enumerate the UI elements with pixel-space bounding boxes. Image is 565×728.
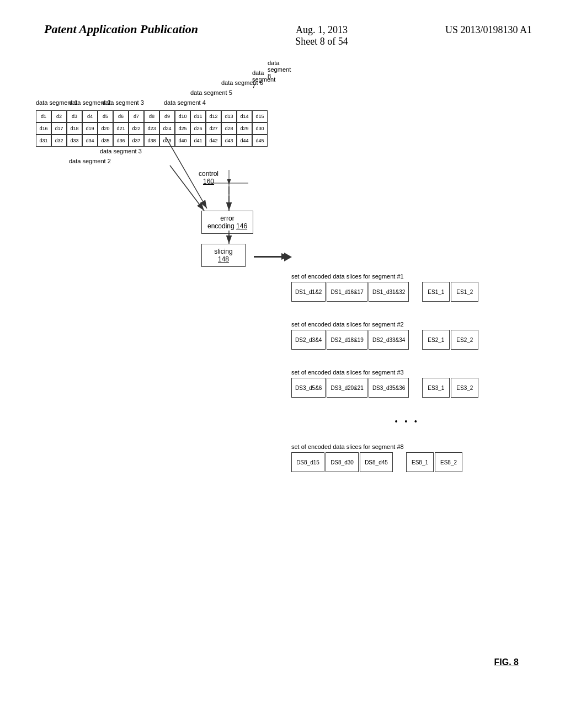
dots-row: • • • xyxy=(335,417,478,427)
cell-d22: d22 xyxy=(129,122,144,135)
diagram-area: data segment 1 data segment 2 data segme… xyxy=(33,88,552,695)
seg8-label: data segment 8 xyxy=(268,60,291,79)
cell-d13: d13 xyxy=(221,110,237,122)
cell-d44: d44 xyxy=(237,135,252,147)
encoded-label-2: set of encoded data slices for segment #… xyxy=(291,321,478,328)
cell-d3: d3 xyxy=(67,110,82,122)
cell-d15: d15 xyxy=(252,110,268,122)
es3-1: ES3_1 xyxy=(422,378,450,398)
es1-2: ES1_2 xyxy=(451,282,478,302)
ds3-d20-21: DS3_d20&21 xyxy=(327,378,367,398)
cell-d45: d45 xyxy=(252,135,268,147)
cell-d35: d35 xyxy=(98,135,113,147)
cell-d17: d17 xyxy=(51,122,67,135)
cell-d2: d2 xyxy=(51,110,67,122)
cell-d4: d4 xyxy=(82,110,98,122)
ds1-d31-32: DS1_d31&32 xyxy=(369,282,409,302)
encoded-row-8: set of encoded data slices for segment #… xyxy=(291,443,478,472)
cell-d34: d34 xyxy=(82,135,98,147)
patent-number: US 2013/0198130 A1 xyxy=(445,24,532,36)
cell-d14: d14 xyxy=(237,110,252,122)
encoded-row-2: set of encoded data slices for segment #… xyxy=(291,321,478,350)
cell-d18: d18 xyxy=(67,122,82,135)
cell-d1: d1 xyxy=(36,110,51,122)
cell-d30: d30 xyxy=(252,122,268,135)
seg2-label-bottom: data segment 2 xyxy=(69,158,111,164)
es1-1: ES1_1 xyxy=(422,282,450,302)
page-header: Patent Application Publication Aug. 1, 2… xyxy=(0,0,565,47)
encoded-row-1: set of encoded data slices for segment #… xyxy=(291,273,478,302)
seg3-label: data segment 3 xyxy=(102,99,144,106)
cell-d11: d11 xyxy=(190,110,206,122)
encoded-label-8: set of encoded data slices for segment #… xyxy=(291,443,478,450)
cell-d38: d38 xyxy=(144,135,159,147)
encoded-label-1: set of encoded data slices for segment #… xyxy=(291,273,478,280)
seg3-label-bottom: data segment 3 xyxy=(100,148,142,154)
ds2-d18-19: DS2_d18&19 xyxy=(327,330,367,350)
down-arrow-1 xyxy=(163,137,218,219)
cell-d10: d10 xyxy=(175,110,190,122)
ds1-d1-2: DS1_d1&2 xyxy=(291,282,326,302)
cell-d31: d31 xyxy=(36,135,51,147)
cell-d7: d7 xyxy=(129,110,144,122)
seg5-label: data segment 5 xyxy=(190,89,232,96)
cell-d23: d23 xyxy=(144,122,159,135)
ds3-d5-6: DS3_d5&6 xyxy=(291,378,326,398)
ds2-d33-34: DS2_d33&34 xyxy=(369,330,409,350)
es3-2: ES3_2 xyxy=(451,378,478,398)
cell-d32: d32 xyxy=(51,135,67,147)
vert-arrow-1 xyxy=(225,231,236,248)
es8-2: ES8_2 xyxy=(435,452,462,472)
es2-1: ES2_1 xyxy=(422,330,450,350)
cell-d8: d8 xyxy=(144,110,159,122)
svg-line-10 xyxy=(166,137,207,208)
encoded-area: set of encoded data slices for segment #… xyxy=(291,273,478,472)
control-to-error-arrow xyxy=(225,186,236,215)
cell-d43: d43 xyxy=(221,135,237,147)
fig-label: FIG. 8 xyxy=(494,657,519,667)
es2-2: ES2_2 xyxy=(451,330,478,350)
cell-d9: d9 xyxy=(159,110,175,122)
cell-d26: d26 xyxy=(190,122,206,135)
cell-d16: d16 xyxy=(36,122,51,135)
ds1-d16-17: DS1_d16&17 xyxy=(327,282,367,302)
publication-date: Aug. 1, 2013 Sheet 8 of 54 xyxy=(295,24,348,47)
seg4-label: data segment 4 xyxy=(164,99,206,106)
ds3-d35-36: DS3_d35&36 xyxy=(369,378,409,398)
ds2-d3-4: DS2_d3&4 xyxy=(291,330,326,350)
cell-d24: d24 xyxy=(159,122,175,135)
publication-title: Patent Application Publication xyxy=(44,22,198,36)
es8-1: ES8_1 xyxy=(406,452,434,472)
cell-d6: d6 xyxy=(113,110,129,122)
cell-d21: d21 xyxy=(113,122,129,135)
encoded-label-3: set of encoded data slices for segment #… xyxy=(291,369,478,376)
cell-d33: d33 xyxy=(67,135,82,147)
cell-d19: d19 xyxy=(82,122,98,135)
data-segments-grid: data segment 1 data segment 2 data segme… xyxy=(36,99,268,168)
right-arrow xyxy=(254,253,292,261)
cell-d36: d36 xyxy=(113,135,129,147)
ellipsis: • • • xyxy=(395,417,419,427)
cell-d12: d12 xyxy=(206,110,221,122)
ds8-d45: DS8_d45 xyxy=(360,452,393,472)
cell-d28: d28 xyxy=(221,122,237,135)
cell-d25: d25 xyxy=(175,122,190,135)
ds8-d30: DS8_d30 xyxy=(326,452,359,472)
cell-d29: d29 xyxy=(237,122,252,135)
cell-d5: d5 xyxy=(98,110,113,122)
cell-d20: d20 xyxy=(98,122,113,135)
cell-d37: d37 xyxy=(129,135,144,147)
slicing-box: slicing 148 xyxy=(201,244,246,267)
encoded-row-3: set of encoded data slices for segment #… xyxy=(291,369,478,398)
cell-d27: d27 xyxy=(206,122,221,135)
ds8-d15: DS8_d15 xyxy=(291,452,324,472)
